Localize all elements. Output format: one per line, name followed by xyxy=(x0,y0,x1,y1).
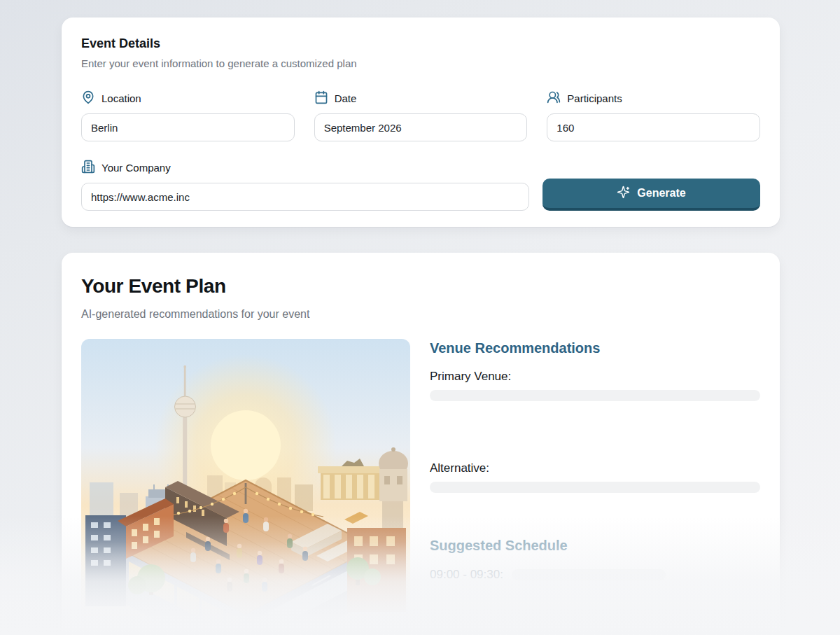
event-plan-title: Your Event Plan xyxy=(81,275,760,298)
alternative-venue-skeleton xyxy=(430,482,760,493)
company-field-group: Your Company xyxy=(81,160,529,211)
company-input[interactable] xyxy=(81,183,529,211)
participants-input[interactable] xyxy=(547,113,760,141)
event-details-title: Event Details xyxy=(81,36,760,51)
company-and-generate-row: Your Company Generate xyxy=(81,160,760,211)
date-label: Date xyxy=(314,90,528,106)
venue-recommendations-heading: Venue Recommendations xyxy=(430,340,760,356)
alternative-venue-label: Alternative: xyxy=(430,461,760,475)
date-input[interactable] xyxy=(314,113,528,141)
event-plan-content: Venue Recommendations Primary Venue: Alt… xyxy=(81,339,760,626)
primary-venue-skeleton xyxy=(430,390,760,401)
building-icon xyxy=(81,160,95,176)
event-details-card: Event Details Enter your event informati… xyxy=(62,18,780,227)
event-fields-row: Location Date Participants xyxy=(81,90,760,141)
users-icon xyxy=(547,90,561,106)
schedule-slot-time: 09:00 - 09:30: xyxy=(430,568,503,582)
dome-building xyxy=(379,447,408,501)
plan-results-column: Venue Recommendations Primary Venue: Alt… xyxy=(430,339,760,626)
event-plan-card: Your Event Plan AI-generated recommendat… xyxy=(62,253,780,635)
event-plan-subtitle: AI-generated recommendations for your ev… xyxy=(81,308,760,321)
suggested-schedule-heading: Suggested Schedule xyxy=(430,538,760,554)
location-label: Location xyxy=(81,90,295,106)
schedule-slot-skeleton xyxy=(512,569,666,580)
rooftop-party-scene xyxy=(81,339,410,626)
company-label: Your Company xyxy=(81,160,529,176)
generate-button-label: Generate xyxy=(637,187,685,200)
event-details-subtitle: Enter your event information to generate… xyxy=(81,57,760,69)
event-illustration xyxy=(81,339,410,626)
participants-field-group: Participants xyxy=(547,90,760,141)
generate-button[interactable]: Generate xyxy=(542,179,760,211)
participants-label: Participants xyxy=(547,90,760,106)
date-field-group: Date xyxy=(314,90,528,141)
map-pin-icon xyxy=(81,90,95,106)
sparkles-icon xyxy=(617,186,630,202)
company-label-text: Your Company xyxy=(102,162,171,174)
schedule-slot-row: 09:00 - 09:30: xyxy=(430,568,760,582)
page-background: Event Details Enter your event informati… xyxy=(0,0,840,635)
calendar-icon xyxy=(314,90,328,106)
date-label-text: Date xyxy=(335,92,357,104)
primary-venue-label: Primary Venue: xyxy=(430,370,760,384)
location-input[interactable] xyxy=(81,113,295,141)
location-field-group: Location xyxy=(81,90,295,141)
location-label-text: Location xyxy=(102,92,141,104)
participants-label-text: Participants xyxy=(567,92,622,104)
